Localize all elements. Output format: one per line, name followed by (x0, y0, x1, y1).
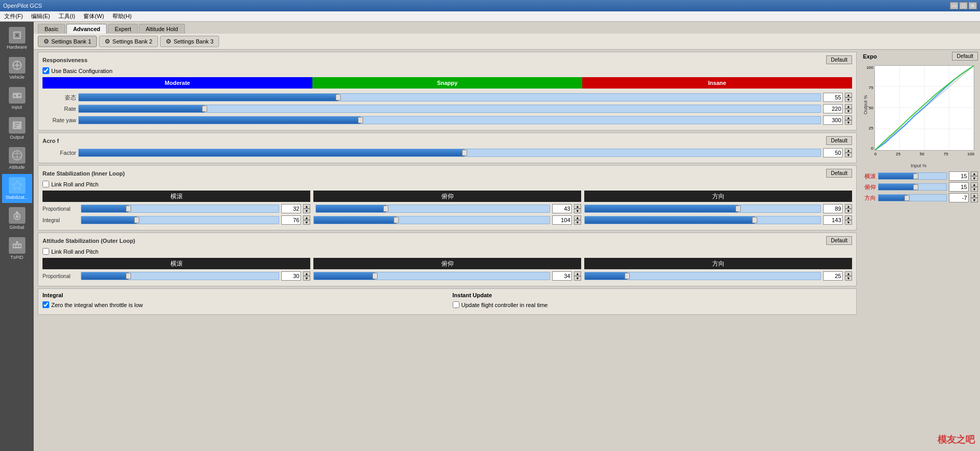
att-link-checkbox[interactable] (42, 248, 49, 255)
mode-insane-btn[interactable]: Insane (582, 77, 852, 89)
att-stab-default-btn[interactable]: Default (826, 236, 852, 245)
menu-tools[interactable]: 工具(I) (56, 12, 77, 21)
subtab-bank2[interactable]: ⚙ Settings Bank 2 (99, 36, 158, 47)
menu-window[interactable]: 窗体(W) (81, 12, 106, 21)
maximize-button[interactable]: □ (959, 2, 968, 9)
tab-basic[interactable]: Basic (38, 24, 65, 34)
rate-pitch-prop-slider[interactable] (315, 205, 550, 213)
rate-roll-prop-row: Proportional 32 ▲ ▼ (42, 204, 310, 213)
attitude-slider-thumb[interactable] (336, 94, 341, 100)
expo-pitch-spinner[interactable]: ▲ ▼ (971, 182, 978, 192)
rate-yaw-prop-value: 89 (823, 204, 843, 213)
subtab-bank1[interactable]: ⚙ Settings Bank 1 (38, 36, 97, 47)
factor-spin-up[interactable]: ▲ (845, 148, 852, 153)
rate-spin-up[interactable]: ▲ (845, 104, 852, 109)
subtab-bank3[interactable]: ⚙ Settings Bank 3 (160, 36, 219, 47)
resp-default-btn[interactable]: Default (826, 55, 852, 64)
svg-marker-18 (12, 181, 22, 190)
rate-pitch-int-spinner[interactable]: ▲ ▼ (574, 215, 581, 225)
expo-yaw-slider[interactable] (878, 194, 947, 201)
rate-yaw-int-thumb[interactable] (752, 217, 757, 223)
menu-file[interactable]: 文件(F) (2, 12, 25, 21)
att-roll-header: 横滚 (42, 258, 310, 269)
attitude-slider[interactable] (78, 93, 821, 101)
att-stab-columns: 横滚 Proportional 30 ▲ ▼ (42, 258, 852, 283)
att-roll-prop-spinner[interactable]: ▲ ▼ (303, 271, 310, 281)
rate-slider-thumb[interactable] (202, 106, 207, 112)
rate-yaw-slider-thumb[interactable] (358, 117, 363, 123)
rate-pitch-prop-thumb[interactable] (383, 206, 388, 212)
expo-roll-spinner[interactable]: ▲ ▼ (971, 171, 978, 181)
sidebar-item-attitude[interactable]: Attitude (2, 144, 32, 173)
rate-link-checkbox[interactable] (42, 181, 49, 187)
use-basic-config-checkbox[interactable] (42, 67, 49, 74)
expo-pitch-slider[interactable] (878, 183, 947, 191)
rate-roll-prop-thumb[interactable] (126, 206, 131, 212)
zero-integral-checkbox[interactable] (42, 301, 49, 308)
update-realtime-checkbox[interactable] (453, 301, 459, 308)
att-yaw-prop-value: 25 (823, 271, 843, 281)
att-roll-prop-slider[interactable] (81, 272, 279, 280)
sidebar-item-stabilization[interactable]: Stabilizat... (2, 174, 32, 203)
factor-spinner[interactable]: ▲ ▼ (845, 148, 852, 157)
attitude-spin-up[interactable]: ▲ (845, 93, 852, 97)
factor-slider[interactable] (78, 149, 821, 157)
rate-pitch-int-thumb[interactable] (394, 217, 399, 223)
att-pitch-prop-thumb[interactable] (372, 273, 378, 279)
attitude-spinner[interactable]: ▲ ▼ (845, 93, 852, 102)
rate-pitch-prop-spinner[interactable]: ▲ ▼ (574, 204, 581, 213)
rate-spin-down[interactable]: ▼ (845, 109, 852, 113)
att-yaw-prop-slider[interactable] (584, 272, 821, 280)
rate-roll-prop-spinner[interactable]: ▲ ▼ (303, 204, 310, 213)
att-yaw-prop-thumb[interactable] (625, 273, 630, 279)
rate-yaw-int-slider[interactable] (584, 216, 821, 224)
tab-expert[interactable]: Expert (108, 24, 138, 34)
att-yaw-prop-spinner[interactable]: ▲ ▼ (845, 271, 852, 281)
rate-yaw-spinner[interactable]: ▲ ▼ (845, 115, 852, 125)
rate-yaw-prop-spinner[interactable]: ▲ ▼ (845, 204, 852, 213)
expo-yaw-thumb[interactable] (904, 195, 910, 201)
rate-yaw-prop-thumb[interactable] (736, 206, 741, 212)
att-pitch-prop-spinner[interactable]: ▲ ▼ (574, 271, 581, 281)
mode-moderate-btn[interactable]: Moderate (42, 77, 312, 89)
rate-roll-prop-slider[interactable] (81, 205, 279, 213)
rate-yaw-spin-down[interactable]: ▼ (845, 120, 852, 125)
close-button[interactable]: ✕ (969, 2, 977, 9)
rate-yaw-spin-up[interactable]: ▲ (845, 115, 852, 120)
rate-pitch-int-slider[interactable] (313, 216, 550, 224)
expo-pitch-thumb[interactable] (913, 184, 918, 190)
factor-slider-thumb[interactable] (462, 150, 467, 156)
sidebar-item-gimbal[interactable]: Gimbal (2, 204, 32, 233)
sidebar-item-hardware[interactable]: Hardware (2, 24, 32, 53)
rate-stab-default-btn[interactable]: Default (826, 169, 852, 178)
rate-slider[interactable] (78, 105, 821, 113)
expo-roll-slider[interactable] (878, 172, 947, 180)
rate-spinner[interactable]: ▲ ▼ (845, 104, 852, 113)
tab-advanced[interactable]: Advanced (66, 24, 107, 34)
acro-default-btn[interactable]: Default (826, 136, 852, 145)
rate-slider-value: 220 (823, 104, 843, 113)
rate-roll-int-slider[interactable] (81, 216, 279, 224)
rate-roll-int-spinner[interactable]: ▲ ▼ (303, 215, 310, 225)
sidebar-item-output[interactable]: Output (2, 114, 32, 143)
rate-roll-int-thumb[interactable] (134, 217, 139, 223)
sidebar-item-input[interactable]: Input (2, 84, 32, 113)
expo-yaw-spinner[interactable]: ▲ ▼ (971, 193, 978, 202)
att-pitch-prop-slider[interactable] (313, 272, 550, 280)
expo-roll-thumb[interactable] (913, 173, 918, 179)
rate-yaw-int-spinner[interactable]: ▲ ▼ (845, 215, 852, 225)
expo-default-btn[interactable]: Default (952, 52, 978, 61)
sidebar-item-txpid[interactable]: TxPID (2, 234, 32, 263)
expo-roll-label: 横滚 (863, 172, 876, 180)
tab-altitude-hold[interactable]: Altitude Hold (139, 24, 184, 34)
sidebar-item-vehicle[interactable]: Vehicle (2, 54, 32, 83)
rate-yaw-prop-slider[interactable] (584, 205, 821, 213)
minimize-button[interactable]: — (950, 2, 958, 9)
menu-help[interactable]: 帮助(H) (110, 12, 134, 21)
att-roll-prop-thumb[interactable] (126, 273, 131, 279)
menu-edit[interactable]: 编辑(E) (29, 12, 52, 21)
attitude-spin-down[interactable]: ▼ (845, 97, 852, 102)
rate-yaw-slider[interactable] (78, 116, 821, 124)
factor-spin-down[interactable]: ▼ (845, 153, 852, 157)
mode-snappy-btn[interactable]: Snappy (312, 77, 582, 89)
